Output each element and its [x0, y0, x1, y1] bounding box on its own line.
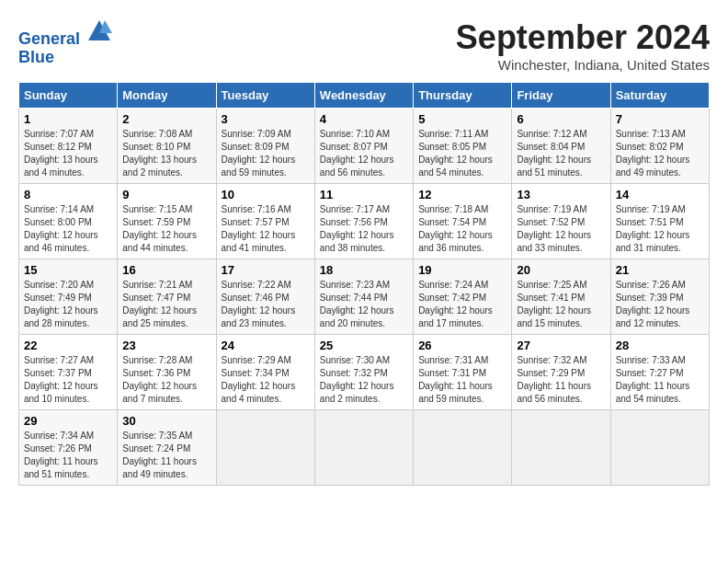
header-sunday: Sunday: [19, 83, 118, 109]
header-saturday: Saturday: [610, 83, 709, 109]
calendar-cell: 20 Sunrise: 7:25 AMSunset: 7:41 PMDaylig…: [512, 259, 610, 335]
day-info: Sunrise: 7:10 AMSunset: 8:07 PMDaylight:…: [320, 128, 408, 179]
calendar-cell: 17 Sunrise: 7:22 AMSunset: 7:46 PMDaylig…: [216, 259, 314, 335]
calendar-week-3: 15 Sunrise: 7:20 AMSunset: 7:49 PMDaylig…: [19, 259, 710, 335]
day-number: 5: [418, 112, 506, 126]
day-info: Sunrise: 7:14 AMSunset: 8:00 PMDaylight:…: [24, 203, 112, 255]
day-number: 27: [517, 339, 605, 352]
day-info: Sunrise: 7:18 AMSunset: 7:54 PMDaylight:…: [418, 203, 506, 255]
day-info: Sunrise: 7:12 AMSunset: 8:04 PMDaylight:…: [517, 128, 605, 179]
day-info: Sunrise: 7:21 AMSunset: 7:47 PMDaylight:…: [122, 279, 210, 330]
calendar-cell: 15 Sunrise: 7:20 AMSunset: 7:49 PMDaylig…: [19, 259, 118, 335]
day-number: 2: [122, 112, 210, 126]
calendar-week-5: 29 Sunrise: 7:34 AMSunset: 7:26 PMDaylig…: [19, 410, 710, 486]
calendar-cell: 27 Sunrise: 7:32 AMSunset: 7:29 PMDaylig…: [512, 335, 610, 410]
day-number: 4: [320, 112, 408, 126]
calendar-cell: [414, 410, 512, 486]
day-number: 29: [24, 414, 112, 428]
calendar-cell: 9 Sunrise: 7:15 AMSunset: 7:59 PMDayligh…: [118, 184, 216, 259]
calendar-cell: 18 Sunrise: 7:23 AMSunset: 7:44 PMDaylig…: [314, 259, 413, 335]
day-number: 10: [222, 188, 310, 201]
logo-blue: Blue: [18, 49, 112, 67]
day-number: 25: [320, 339, 408, 352]
day-number: 11: [320, 188, 408, 201]
calendar-cell: 21 Sunrise: 7:26 AMSunset: 7:39 PMDaylig…: [610, 259, 709, 335]
calendar-cell: 1 Sunrise: 7:07 AMSunset: 8:12 PMDayligh…: [19, 109, 118, 184]
day-info: Sunrise: 7:26 AMSunset: 7:39 PMDaylight:…: [616, 279, 704, 330]
logo-icon: [86, 18, 112, 44]
day-number: 20: [517, 263, 605, 277]
calendar-cell: [610, 410, 709, 486]
calendar-cell: 19 Sunrise: 7:24 AMSunset: 7:42 PMDaylig…: [414, 259, 512, 335]
calendar-cell: [314, 410, 413, 486]
day-info: Sunrise: 7:22 AMSunset: 7:46 PMDaylight:…: [222, 279, 310, 330]
day-number: 12: [418, 188, 506, 201]
day-number: 17: [222, 263, 310, 277]
day-info: Sunrise: 7:27 AMSunset: 7:37 PMDaylight:…: [24, 354, 112, 406]
calendar-cell: 23 Sunrise: 7:28 AMSunset: 7:36 PMDaylig…: [118, 335, 216, 410]
day-number: 18: [320, 263, 408, 277]
day-number: 1: [24, 112, 112, 126]
day-number: 8: [24, 188, 112, 201]
day-info: Sunrise: 7:30 AMSunset: 7:32 PMDaylight:…: [320, 354, 408, 406]
calendar-cell: 30 Sunrise: 7:35 AMSunset: 7:24 PMDaylig…: [118, 410, 216, 486]
calendar-cell: 2 Sunrise: 7:08 AMSunset: 8:10 PMDayligh…: [118, 109, 216, 184]
day-number: 23: [122, 339, 210, 352]
calendar-cell: 11 Sunrise: 7:17 AMSunset: 7:56 PMDaylig…: [314, 184, 413, 259]
calendar-cell: 14 Sunrise: 7:19 AMSunset: 7:51 PMDaylig…: [610, 184, 709, 259]
header-wednesday: Wednesday: [314, 83, 413, 109]
calendar-cell: 7 Sunrise: 7:13 AMSunset: 8:02 PMDayligh…: [610, 109, 709, 184]
day-info: Sunrise: 7:33 AMSunset: 7:27 PMDaylight:…: [616, 354, 704, 406]
calendar-cell: [512, 410, 610, 486]
page-header: General Blue September 2024 Winchester, …: [18, 18, 710, 73]
day-info: Sunrise: 7:17 AMSunset: 7:56 PMDaylight:…: [320, 203, 408, 255]
calendar-cell: 22 Sunrise: 7:27 AMSunset: 7:37 PMDaylig…: [19, 335, 118, 410]
logo: General Blue: [18, 18, 112, 67]
day-number: 22: [24, 339, 112, 352]
day-info: Sunrise: 7:16 AMSunset: 7:57 PMDaylight:…: [222, 203, 310, 255]
calendar-week-4: 22 Sunrise: 7:27 AMSunset: 7:37 PMDaylig…: [19, 335, 710, 410]
day-number: 9: [122, 188, 210, 201]
day-number: 6: [517, 112, 605, 126]
calendar-cell: 13 Sunrise: 7:19 AMSunset: 7:52 PMDaylig…: [512, 184, 610, 259]
day-info: Sunrise: 7:15 AMSunset: 7:59 PMDaylight:…: [122, 203, 210, 255]
month-title: September 2024: [456, 18, 710, 57]
calendar-cell: 6 Sunrise: 7:12 AMSunset: 8:04 PMDayligh…: [512, 109, 610, 184]
day-info: Sunrise: 7:29 AMSunset: 7:34 PMDaylight:…: [222, 354, 310, 406]
calendar-week-1: 1 Sunrise: 7:07 AMSunset: 8:12 PMDayligh…: [19, 109, 710, 184]
calendar-cell: 29 Sunrise: 7:34 AMSunset: 7:26 PMDaylig…: [19, 410, 118, 486]
day-info: Sunrise: 7:35 AMSunset: 7:24 PMDaylight:…: [122, 430, 210, 481]
weekday-header-row: Sunday Monday Tuesday Wednesday Thursday…: [19, 83, 710, 109]
day-number: 24: [222, 339, 310, 352]
calendar-cell: 28 Sunrise: 7:33 AMSunset: 7:27 PMDaylig…: [610, 335, 709, 410]
day-info: Sunrise: 7:19 AMSunset: 7:51 PMDaylight:…: [616, 203, 704, 255]
logo-general: General: [18, 29, 80, 48]
day-number: 28: [616, 339, 704, 352]
calendar-week-2: 8 Sunrise: 7:14 AMSunset: 8:00 PMDayligh…: [19, 184, 710, 259]
day-number: 3: [222, 112, 310, 126]
day-info: Sunrise: 7:19 AMSunset: 7:52 PMDaylight:…: [517, 203, 605, 255]
day-info: Sunrise: 7:11 AMSunset: 8:05 PMDaylight:…: [418, 128, 506, 179]
day-info: Sunrise: 7:28 AMSunset: 7:36 PMDaylight:…: [122, 354, 210, 406]
calendar-cell: 12 Sunrise: 7:18 AMSunset: 7:54 PMDaylig…: [414, 184, 512, 259]
header-friday: Friday: [512, 83, 610, 109]
header-thursday: Thursday: [414, 83, 512, 109]
title-block: September 2024 Winchester, Indiana, Unit…: [456, 18, 710, 73]
day-number: 14: [616, 188, 704, 201]
day-info: Sunrise: 7:07 AMSunset: 8:12 PMDaylight:…: [24, 128, 112, 179]
calendar-cell: 24 Sunrise: 7:29 AMSunset: 7:34 PMDaylig…: [216, 335, 314, 410]
day-number: 26: [418, 339, 506, 352]
day-info: Sunrise: 7:32 AMSunset: 7:29 PMDaylight:…: [517, 354, 605, 406]
location: Winchester, Indiana, United States: [456, 57, 710, 73]
day-info: Sunrise: 7:20 AMSunset: 7:49 PMDaylight:…: [24, 279, 112, 330]
calendar-cell: 5 Sunrise: 7:11 AMSunset: 8:05 PMDayligh…: [414, 109, 512, 184]
calendar-table: Sunday Monday Tuesday Wednesday Thursday…: [18, 82, 710, 486]
day-number: 7: [616, 112, 704, 126]
header-monday: Monday: [118, 83, 216, 109]
day-number: 15: [24, 263, 112, 277]
day-info: Sunrise: 7:13 AMSunset: 8:02 PMDaylight:…: [616, 128, 704, 179]
day-number: 16: [122, 263, 210, 277]
day-info: Sunrise: 7:23 AMSunset: 7:44 PMDaylight:…: [320, 279, 408, 330]
day-number: 13: [517, 188, 605, 201]
calendar-cell: 8 Sunrise: 7:14 AMSunset: 8:00 PMDayligh…: [19, 184, 118, 259]
